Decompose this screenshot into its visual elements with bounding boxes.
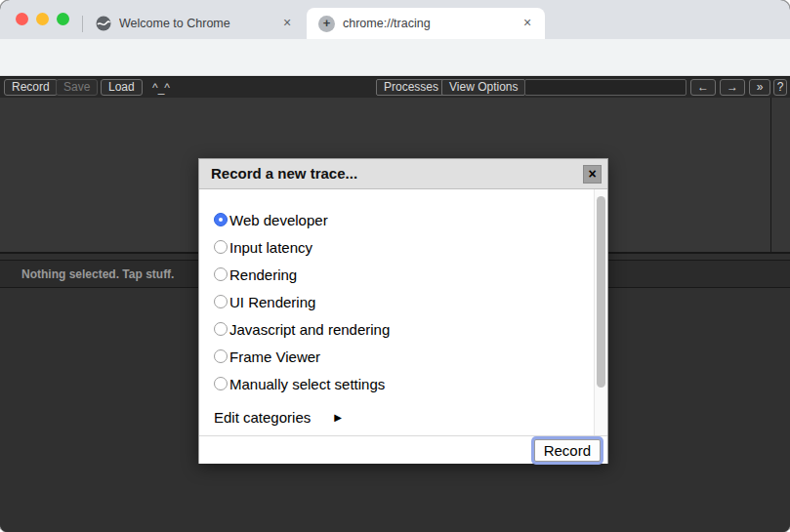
radio-option-ui-rendering[interactable]: UI Rendering bbox=[214, 288, 390, 315]
radio-icon[interactable] bbox=[214, 322, 228, 336]
find-previous-button[interactable]: ← bbox=[690, 79, 716, 96]
radio-label: Javascript and rendering bbox=[229, 321, 390, 338]
dialog-close-icon[interactable]: × bbox=[583, 165, 602, 184]
welcome-globe-icon bbox=[96, 16, 111, 31]
processes-button[interactable]: Processes bbox=[376, 79, 446, 96]
dialog-record-button[interactable]: Record bbox=[534, 439, 601, 462]
radio-label: UI Rendering bbox=[229, 294, 315, 310]
tab-title: chrome://tracing bbox=[343, 17, 518, 30]
radio-icon[interactable] bbox=[214, 267, 228, 281]
dialog-body: Web developer Input latency Rendering UI… bbox=[199, 189, 607, 435]
tab-separator bbox=[82, 16, 83, 32]
expand-arrow-icon[interactable]: ▶ bbox=[334, 412, 342, 423]
radio-option-manually-select-settings[interactable]: Manually select settings bbox=[214, 370, 390, 397]
radio-icon[interactable] bbox=[214, 349, 228, 363]
help-button[interactable]: ? bbox=[773, 79, 787, 96]
radio-option-input-latency[interactable]: Input latency bbox=[214, 233, 390, 261]
radio-icon[interactable] bbox=[214, 213, 228, 226]
find-input[interactable] bbox=[524, 79, 686, 96]
tab-strip: Welcome to Chrome × + chrome://tracing × bbox=[0, 0, 790, 39]
radio-option-javascript-and-rendering[interactable]: Javascript and rendering bbox=[214, 315, 390, 343]
trace-preset-list: Web developer Input latency Rendering UI… bbox=[214, 206, 390, 430]
radio-label: Input latency bbox=[229, 239, 312, 256]
record-button[interactable]: Record bbox=[4, 79, 58, 96]
tab-title: Welcome to Chrome bbox=[119, 17, 277, 30]
load-button[interactable]: Load bbox=[101, 79, 143, 96]
dialog-footer: Record bbox=[199, 435, 607, 464]
emoticon-label: ^_^ bbox=[152, 81, 170, 95]
tab-chrome-tracing[interactable]: + chrome://tracing × bbox=[307, 8, 545, 39]
radio-label: Frame Viewer bbox=[229, 348, 320, 365]
edit-categories-row[interactable]: Edit categories ▶ bbox=[214, 403, 390, 430]
radio-label: Manually select settings bbox=[229, 376, 385, 392]
tab-close-icon[interactable]: × bbox=[518, 14, 537, 33]
tracing-favicon-plus-icon: + bbox=[318, 16, 335, 32]
dialog-title: Record a new trace... bbox=[211, 165, 357, 182]
radio-option-web-developer[interactable]: Web developer bbox=[214, 206, 390, 233]
minimize-window-button[interactable] bbox=[36, 13, 49, 25]
track-view-right-divider bbox=[770, 98, 771, 252]
status-text: Nothing selected. Tap stuff. bbox=[21, 267, 174, 281]
edit-categories-label[interactable]: Edit categories bbox=[214, 409, 311, 426]
dialog-header: Record a new trace... × bbox=[199, 159, 607, 189]
close-window-button[interactable] bbox=[16, 13, 28, 25]
view-options-button[interactable]: View Options bbox=[441, 79, 525, 96]
save-button: Save bbox=[56, 79, 98, 96]
radio-icon[interactable] bbox=[214, 377, 228, 390]
radio-label: Rendering bbox=[229, 266, 297, 283]
radio-option-frame-viewer[interactable]: Frame Viewer bbox=[214, 343, 390, 370]
radio-option-rendering[interactable]: Rendering bbox=[214, 261, 390, 288]
find-next-button[interactable]: → bbox=[720, 79, 745, 96]
record-trace-dialog: Record a new trace... × Web developer In… bbox=[198, 158, 608, 464]
radio-label: Web developer bbox=[229, 212, 328, 228]
scrollbar-thumb[interactable] bbox=[597, 196, 605, 388]
tab-welcome-to-chrome[interactable]: Welcome to Chrome × bbox=[84, 8, 305, 39]
browser-window: Welcome to Chrome × + chrome://tracing ×… bbox=[0, 0, 790, 532]
maximize-window-button[interactable] bbox=[57, 13, 69, 25]
find-last-button[interactable]: » bbox=[749, 79, 770, 96]
radio-icon[interactable] bbox=[214, 240, 228, 254]
tracing-toolbar: Record Save Load ^_^ Processes View Opti… bbox=[0, 76, 790, 98]
radio-icon[interactable] bbox=[214, 295, 228, 308]
dialog-scrollbar[interactable] bbox=[594, 189, 607, 435]
tab-close-icon[interactable]: × bbox=[277, 14, 297, 33]
address-bar-row: ← → Chrome chrome:// tracing ☆ ⋮ bbox=[0, 39, 790, 76]
